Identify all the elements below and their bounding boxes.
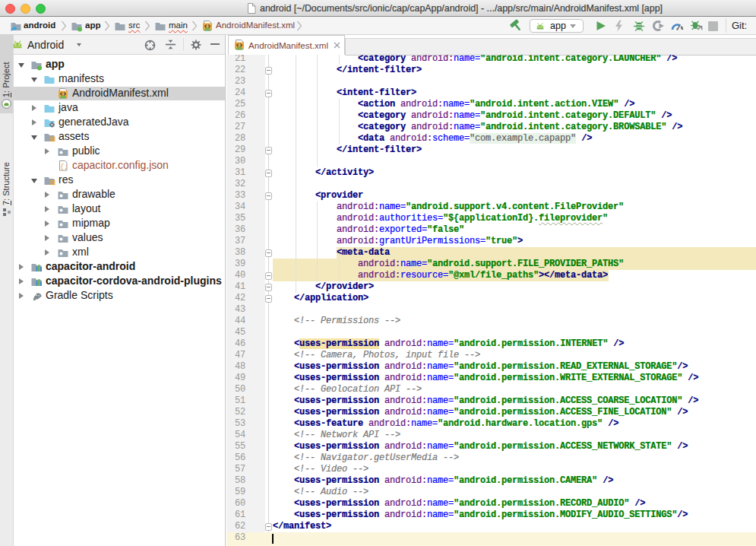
svg-text:{;: {;: [60, 163, 68, 171]
